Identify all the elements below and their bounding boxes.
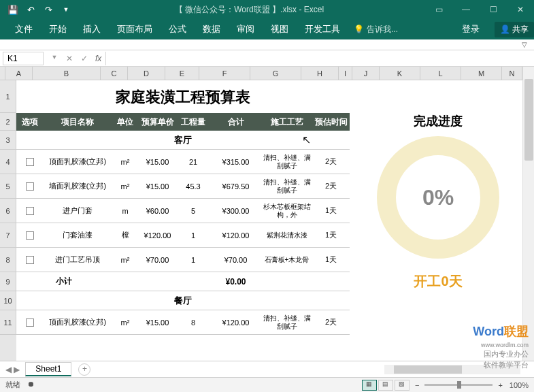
row-header-2[interactable]: 2 (0, 113, 16, 131)
table-row: 墙面乳胶漆(立邦)m²¥15.0045.3¥679.50清扫、补缝、满刮腻子2天 (16, 174, 350, 199)
cells-area[interactable]: 家庭装潢工程预算表 选项 项目名称 单位 预算单价 工程量 合计 施工工艺 预估… (16, 80, 522, 361)
cell-price: ¥15.00 (139, 157, 176, 167)
row-header-6[interactable]: 6 (0, 199, 16, 223)
macro-record-icon[interactable]: ⏺ (27, 380, 35, 390)
cell-craft: 清扫、补缝、满刮腻子 (261, 313, 312, 332)
expand-ribbon-icon[interactable]: ▽ (522, 41, 527, 48)
name-box[interactable]: K1 (3, 52, 44, 65)
col-header-E[interactable]: E (165, 67, 199, 80)
tab-formulas[interactable]: 公式 (161, 19, 195, 39)
sheet-tab-1[interactable]: Sheet1 (25, 362, 71, 376)
fx-icon[interactable]: fx (95, 54, 101, 63)
enter-formula-icon[interactable]: ✓ (78, 54, 91, 63)
tab-view[interactable]: 视图 (263, 19, 297, 39)
cancel-formula-icon[interactable]: ✕ (63, 54, 76, 63)
cell-qty: 8 (176, 317, 210, 328)
save-icon[interactable]: 💾 (5, 2, 20, 17)
row-header-9[interactable]: 9 (0, 272, 16, 291)
col-header-M[interactable]: M (461, 67, 502, 80)
col-header-D[interactable]: D (128, 67, 165, 80)
tab-data[interactable]: 数据 (195, 19, 229, 39)
cell-name: 墙面乳胶漆(立邦) (44, 180, 112, 193)
cell-total: ¥120.00 (210, 230, 261, 241)
vertical-scrollbar[interactable] (522, 67, 534, 361)
share-label: 共享 (512, 24, 529, 35)
formula-input[interactable] (105, 52, 534, 65)
col-header-J[interactable]: J (352, 67, 380, 80)
row-checkbox[interactable] (26, 182, 34, 191)
chart-footer: 开工0天 (356, 272, 520, 291)
minimize-icon[interactable]: — (452, 0, 480, 19)
wm-line1: 国内专业办公 (473, 349, 529, 359)
tab-insert[interactable]: 插入 (75, 19, 109, 39)
cell-unit: m² (112, 157, 139, 167)
tab-home[interactable]: 开始 (41, 19, 75, 39)
quick-access-toolbar: 💾 ↶ ↷ ▼ (0, 2, 73, 17)
row-header-5[interactable]: 5 (0, 174, 16, 199)
tab-developer[interactable]: 开发工具 (297, 19, 348, 39)
table-row: 顶面乳胶漆(立邦) m² ¥15.00 8 ¥120.00 清扫、补缝、满刮腻子… (16, 310, 350, 335)
row-header-10[interactable]: 10 (0, 291, 16, 310)
tell-me[interactable]: 💡 告诉我... (354, 24, 398, 35)
close-icon[interactable]: ✕ (507, 0, 534, 19)
row-checkbox[interactable] (26, 158, 34, 166)
col-header-N[interactable]: N (502, 67, 522, 80)
tab-review[interactable]: 审阅 (229, 19, 263, 39)
view-page-break-icon[interactable]: ▧ (395, 380, 410, 391)
undo-icon[interactable]: ↶ (23, 2, 38, 17)
row-header-3[interactable]: 3 (0, 131, 16, 150)
zoom-slider[interactable] (424, 384, 493, 386)
row-header-1[interactable]: 1 (0, 80, 16, 113)
view-page-layout-icon[interactable]: ▤ (378, 380, 393, 391)
col-header-C[interactable]: C (101, 67, 128, 80)
zoom-in-icon[interactable]: + (498, 381, 502, 389)
wm-line2: 软件教学平台 (473, 360, 529, 370)
row-header-7[interactable]: 7 (0, 223, 16, 248)
row-checkbox[interactable] (26, 231, 34, 240)
cell-total: ¥70.00 (210, 255, 261, 265)
wm-brand2: 联盟 (504, 325, 529, 338)
col-header-A[interactable]: A (5, 67, 33, 80)
col-header-F[interactable]: F (199, 67, 250, 80)
ribbon-options-icon[interactable]: ▭ (425, 0, 452, 19)
row-header-11[interactable]: 11 (0, 310, 16, 335)
row-checkbox[interactable] (26, 207, 34, 215)
name-dropdown-icon[interactable]: ▼ (48, 54, 61, 63)
row-checkbox[interactable] (26, 318, 34, 327)
col-header-K[interactable]: K (380, 67, 420, 80)
zoom-out-icon[interactable]: − (415, 381, 419, 389)
sheet-nav[interactable]: ◀ ▶ (0, 365, 25, 374)
cell-unit: m² (112, 181, 139, 192)
cell-qty: 1 (176, 230, 210, 241)
share-button[interactable]: 👤 共享 (495, 22, 534, 37)
cell-qty: 1 (176, 255, 210, 265)
col-header-H[interactable]: H (301, 67, 339, 80)
table-row: 进户门套m¥60.005¥300.00杉木芯板框架结构，外1天 (16, 199, 350, 223)
watermark: Word联盟 www.wordlm.com 国内专业办公 软件教学平台 (473, 323, 529, 370)
col-header-L[interactable]: L (420, 67, 461, 80)
cell-craft: 清扫、补缝、满刮腻子 (261, 177, 312, 196)
section-dining: 餐厅 (16, 291, 350, 310)
hdr-days: 预估时间 (312, 116, 350, 128)
hdr-name: 项目名称 (44, 116, 112, 128)
status-bar: 就绪 ⏺ ▦ ▤ ▧ − + 100% (0, 377, 534, 392)
redo-icon[interactable]: ↷ (41, 2, 56, 17)
add-sheet-button[interactable]: + (78, 363, 90, 376)
row-header-8[interactable]: 8 (0, 248, 16, 272)
row-checkbox[interactable] (26, 256, 34, 264)
login-button[interactable]: 登录 (454, 19, 488, 39)
hdr-craft: 施工工艺 (261, 116, 312, 128)
qat-dropdown-icon[interactable]: ▼ (59, 2, 73, 17)
tab-layout[interactable]: 页面布局 (109, 19, 161, 39)
subtotal-label: 小计 (16, 276, 112, 287)
col-header-B[interactable]: B (33, 67, 101, 80)
cell-craft: 紫荆花清水漆 (261, 230, 312, 241)
col-header-G[interactable]: G (250, 67, 301, 80)
view-normal-icon[interactable]: ▦ (362, 380, 377, 391)
maximize-icon[interactable]: ☐ (480, 0, 507, 19)
select-all-corner[interactable] (0, 67, 5, 80)
tab-file[interactable]: 文件 (7, 19, 41, 39)
row-header-4[interactable]: 4 (0, 150, 16, 174)
zoom-level[interactable]: 100% (510, 381, 529, 389)
col-header-I[interactable]: I (339, 67, 352, 80)
